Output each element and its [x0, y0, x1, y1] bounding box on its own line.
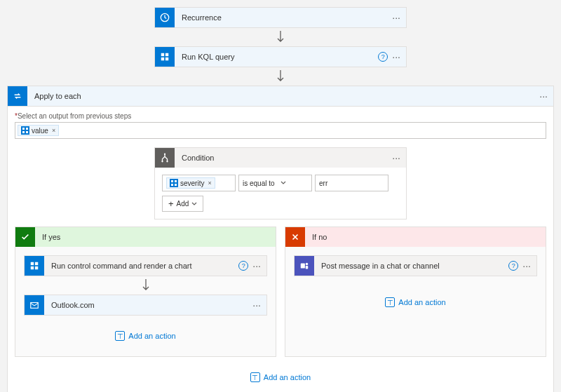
help-icon[interactable]: ?	[508, 261, 518, 271]
add-action-button[interactable]: ⊤ Add an action	[294, 290, 537, 314]
operator-label: is equal to	[243, 180, 275, 187]
token-icon	[21, 126, 29, 135]
more-icon[interactable]: ···	[392, 153, 400, 163]
arrow-icon	[7, 28, 554, 46]
more-icon[interactable]: ···	[252, 261, 261, 271]
database-icon	[155, 47, 175, 67]
svg-rect-15	[175, 184, 177, 186]
condition-icon	[155, 148, 175, 168]
svg-rect-1	[161, 53, 164, 56]
svg-rect-13	[175, 180, 177, 182]
condition-right-input[interactable]: err	[315, 175, 388, 191]
svg-rect-14	[171, 184, 173, 186]
outlook-card[interactable]: Outlook.com ···	[24, 295, 267, 316]
add-condition-button[interactable]: + Add	[162, 196, 203, 212]
svg-rect-12	[171, 180, 173, 182]
more-icon[interactable]: ···	[252, 300, 261, 310]
svg-rect-4	[165, 58, 168, 60]
x-icon	[285, 227, 305, 247]
check-icon	[15, 227, 35, 247]
if-yes-branch: If yes Run control command and render a …	[15, 227, 276, 357]
more-icon[interactable]: ···	[539, 91, 548, 101]
clock-icon	[155, 8, 175, 27]
if-yes-header[interactable]: If yes	[15, 227, 276, 247]
if-no-header[interactable]: If no	[285, 227, 546, 247]
severity-token[interactable]: severity ×	[166, 177, 215, 189]
condition-operator-select[interactable]: is equal to	[238, 175, 312, 191]
svg-rect-7	[22, 131, 25, 133]
help-icon[interactable]: ?	[378, 52, 388, 62]
recurrence-card[interactable]: Recurrence ···	[154, 7, 407, 28]
chevron-down-icon	[191, 201, 197, 207]
kql-card[interactable]: Run KQL query ? ···	[154, 46, 407, 67]
add-action-icon: ⊤	[385, 297, 395, 307]
svg-point-22	[306, 263, 309, 266]
add-action-label: Add an action	[128, 332, 175, 340]
svg-rect-3	[161, 58, 164, 60]
condition-header[interactable]: Condition ···	[155, 148, 406, 168]
output-input[interactable]: value ×	[15, 122, 546, 139]
arrow-icon	[24, 276, 267, 295]
add-action-icon: ⊤	[250, 372, 260, 382]
svg-rect-18	[31, 266, 34, 269]
svg-point-10	[161, 161, 163, 162]
remove-token-icon[interactable]: ×	[208, 180, 211, 187]
svg-rect-8	[26, 131, 28, 133]
svg-rect-5	[22, 128, 25, 130]
outlook-icon	[25, 295, 44, 315]
remove-token-icon[interactable]: ×	[52, 127, 55, 134]
svg-rect-16	[31, 262, 34, 265]
token-label: severity	[180, 180, 204, 187]
svg-rect-17	[35, 262, 38, 265]
teams-icon	[295, 256, 314, 276]
if-no-branch: If no Post message in a chat or channel …	[285, 227, 546, 357]
add-action-label: Add an action	[398, 298, 445, 306]
action-title: Post message in a chat or channel	[314, 262, 508, 270]
more-icon[interactable]: ···	[392, 13, 400, 22]
more-icon[interactable]: ···	[522, 261, 531, 271]
if-no-title: If no	[305, 233, 546, 241]
add-action-button[interactable]: ⊤ Add an action	[15, 365, 546, 389]
more-icon[interactable]: ···	[392, 52, 400, 62]
right-value: err	[319, 180, 327, 187]
flow-canvas: Recurrence ··· Run KQL query ? ···	[0, 0, 561, 392]
value-token[interactable]: value ×	[18, 125, 59, 136]
action-title: Run control command and render a chart	[44, 262, 238, 270]
run-control-command-card[interactable]: Run control command and render a chart ?…	[24, 255, 267, 276]
condition-card: Condition ··· se	[154, 147, 407, 219]
database-icon	[25, 256, 44, 276]
recurrence-title: Recurrence	[175, 13, 392, 22]
svg-rect-2	[165, 53, 168, 56]
svg-point-9	[164, 154, 165, 155]
kql-title: Run KQL query	[175, 53, 378, 61]
teams-post-card[interactable]: Post message in a chat or channel ? ···	[294, 255, 537, 276]
svg-rect-19	[35, 266, 38, 269]
apply-to-each-header[interactable]: Apply to each ···	[8, 86, 553, 107]
add-action-button[interactable]: ⊤ Add an action	[24, 324, 267, 348]
field-label: *Select an output from previous steps	[15, 112, 546, 120]
action-title: Outlook.com	[44, 301, 252, 309]
chevron-down-icon	[280, 180, 286, 186]
add-action-label: Add an action	[264, 373, 311, 381]
token-icon	[170, 179, 178, 187]
help-icon[interactable]: ?	[238, 261, 248, 271]
if-yes-title: If yes	[35, 233, 276, 241]
token-label: value	[32, 127, 48, 135]
apply-to-each-title: Apply to each	[27, 92, 539, 100]
loop-icon	[8, 86, 27, 106]
condition-left-input[interactable]: severity ×	[162, 175, 236, 191]
svg-point-11	[166, 161, 168, 162]
svg-rect-6	[26, 128, 28, 130]
svg-rect-23	[306, 266, 309, 269]
svg-rect-21	[301, 264, 305, 269]
apply-to-each-card: Apply to each ··· *Select an output from…	[7, 86, 554, 392]
arrow-icon	[7, 67, 554, 86]
add-action-icon: ⊤	[115, 331, 125, 341]
add-label: Add	[177, 200, 189, 208]
condition-title: Condition	[175, 154, 392, 162]
